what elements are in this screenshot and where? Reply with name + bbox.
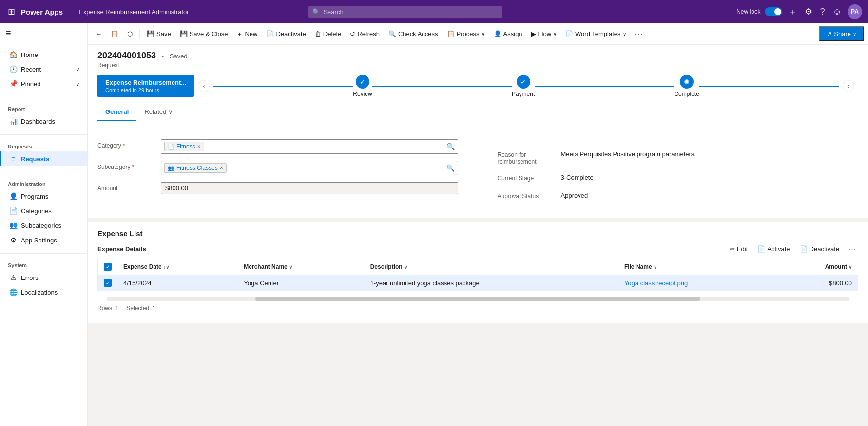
approval-status-label: Approval Status (498, 190, 561, 200)
activate-button[interactable]: 📄 Activate (754, 243, 792, 255)
tab-general[interactable]: General (97, 103, 136, 121)
th-file-name[interactable]: File Name ∨ (618, 259, 776, 275)
notes-icon: 📋 (111, 30, 118, 37)
sidebar-item-errors[interactable]: ⚠ Errors (0, 270, 87, 285)
home-icon: 🏠 (9, 51, 17, 58)
stage-connector-2 (372, 86, 512, 87)
stage-active[interactable]: Expense Reimbursement... Completed in 29… (97, 75, 194, 97)
notes-button[interactable]: 📋 (107, 27, 122, 40)
back-button[interactable]: ← (92, 27, 106, 40)
deactivate-label: Deactivate (276, 30, 306, 37)
back-icon: ← (96, 30, 102, 37)
flow-label: Flow (538, 30, 551, 37)
sidebar-section-nav: 🏠 Home 🕐 Recent ∨ 📌 Pinned ∨ (0, 43, 87, 95)
form-area: Category 📄 Fitness × 🔍 (88, 121, 868, 426)
sidebar-item-label: Programs (21, 193, 48, 200)
flow-button[interactable]: ▶ Flow ∨ (527, 27, 560, 40)
add-icon[interactable]: ＋ (786, 4, 799, 19)
stage-nav-left[interactable]: ‹ (198, 80, 210, 92)
category-label: Category (97, 139, 161, 149)
check-access-label: Check Access (398, 30, 438, 37)
category-tag-remove[interactable]: × (197, 143, 201, 150)
header-checkbox[interactable]: ✓ (104, 263, 112, 271)
sidebar-item-categories[interactable]: 📄 Categories (0, 204, 87, 218)
help-icon[interactable]: ? (818, 5, 827, 19)
table-header-row: ✓ Expense Date ↓∨ (98, 259, 858, 275)
subcategory-tag-icon: 👥 (168, 165, 174, 171)
sidebar-item-pinned[interactable]: 📌 Pinned ∨ (0, 76, 87, 91)
th-description[interactable]: Description ∨ (365, 259, 618, 275)
more-button[interactable]: ⋯ (631, 27, 646, 41)
word-templates-button[interactable]: 📄 Word Templates ∨ (561, 27, 630, 40)
sidebar-item-home[interactable]: 🏠 Home (0, 47, 87, 62)
sidebar-item-label: Home (21, 51, 38, 58)
process-chevron: ∨ (482, 31, 485, 37)
check-access-button[interactable]: 🔍 Check Access (385, 27, 442, 40)
search-box[interactable]: 🔍 (308, 6, 502, 18)
refresh-button[interactable]: ↺ Refresh (346, 27, 384, 40)
category-tag-field[interactable]: 📄 Fitness × 🔍 (161, 139, 458, 154)
sidebar-item-requests[interactable]: ≡ Requests (0, 151, 87, 166)
reason-value: Meets Perquisites Positive program param… (561, 148, 859, 160)
sidebar-item-app-settings[interactable]: ⚙ App Settings (0, 233, 87, 247)
stage-circle-review: ✓ (356, 75, 369, 89)
new-label: New (245, 30, 257, 37)
header-check-icon: ✓ (106, 264, 110, 270)
new-button[interactable]: ＋ New (232, 27, 261, 41)
delete-button[interactable]: 🗑 Delete (311, 27, 346, 40)
sidebar-item-recent[interactable]: 🕐 Recent ∨ (0, 62, 87, 76)
settings-icon[interactable]: ⚙ (803, 4, 814, 19)
tab-related[interactable]: Related ∨ (136, 103, 181, 121)
share-button[interactable]: ↗ Share ∨ (819, 26, 864, 41)
category-tag-link[interactable]: Fitness (176, 143, 195, 150)
expense-deactivate-button[interactable]: 📄 Deactivate (797, 243, 842, 255)
stage-circle-complete (680, 75, 694, 89)
row-checkbox[interactable]: ✓ (104, 279, 112, 287)
edit-icon: ✏ (730, 245, 735, 253)
search-input[interactable] (323, 8, 498, 16)
sidebar-item-localizations[interactable]: 🌐 Localizations (0, 285, 87, 299)
subcategory-tag: 👥 Fitness Classes × (164, 163, 227, 173)
th-merchant-name[interactable]: Merchant Name ∨ (238, 259, 364, 275)
expense-more-button[interactable]: ⋯ (846, 243, 858, 255)
share-chevron: ∨ (853, 31, 856, 37)
categories-icon: 📄 (9, 207, 17, 215)
scrollbar-thumb (255, 297, 700, 301)
delete-icon: 🗑 (315, 30, 321, 37)
sidebar-item-programs[interactable]: 👤 Programs (0, 189, 87, 204)
avatar[interactable]: PA (848, 4, 862, 19)
selected-count: Selected: 1 (126, 305, 155, 312)
search-icon: 🔍 (312, 8, 320, 16)
deactivate-button[interactable]: 📄 Deactivate (262, 27, 309, 40)
subcategory-search-icon[interactable]: 🔍 (446, 164, 455, 172)
sidebar-item-subcategories[interactable]: 👥 Subcategories (0, 218, 87, 233)
subcategory-tag-remove[interactable]: × (220, 165, 223, 171)
feedback-icon[interactable]: ☺ (831, 5, 844, 19)
reason-value-container: Meets Perquisites Positive program param… (561, 148, 859, 160)
sidebar-item-dashboards[interactable]: 📊 Dashboards (0, 114, 87, 129)
expense-list-card: Expense List Expense Details ✏ Edit 📄 Ac… (88, 222, 868, 323)
sidebar-hamburger[interactable]: ≡ (0, 23, 87, 43)
recent-icon: 🕐 (9, 65, 17, 73)
subcategory-tag-field[interactable]: 👥 Fitness Classes × 🔍 (161, 161, 458, 175)
popup-button[interactable]: ⬡ (123, 27, 136, 40)
edit-button[interactable]: ✏ Edit (727, 243, 751, 255)
save-button[interactable]: 💾 Save (143, 27, 175, 40)
file-name-link[interactable]: Yoga class receipt.png (624, 279, 688, 287)
record-type: Request (97, 62, 858, 69)
amount-input[interactable] (161, 182, 458, 194)
new-look-toggle[interactable] (765, 7, 782, 16)
category-search-icon[interactable]: 🔍 (446, 143, 455, 150)
stage-nav-right[interactable]: › (843, 80, 854, 92)
process-button[interactable]: 📋 Process ∨ (443, 27, 489, 40)
horizontal-scrollbar[interactable] (107, 297, 849, 301)
share-label: Share (834, 30, 851, 37)
th-amount[interactable]: Amount ∨ (776, 259, 858, 275)
sidebar-item-label: Dashboards (21, 118, 55, 125)
save-close-button[interactable]: 💾 Save & Close (176, 27, 232, 40)
assign-button[interactable]: 👤 Assign (490, 27, 526, 40)
subcategory-tag-link[interactable]: Fitness Classes (176, 165, 218, 171)
th-expense-date[interactable]: Expense Date ↓∨ (117, 259, 238, 275)
waffle-icon[interactable]: ⊞ (6, 4, 17, 19)
sidebar-item-label: Errors (21, 274, 38, 281)
